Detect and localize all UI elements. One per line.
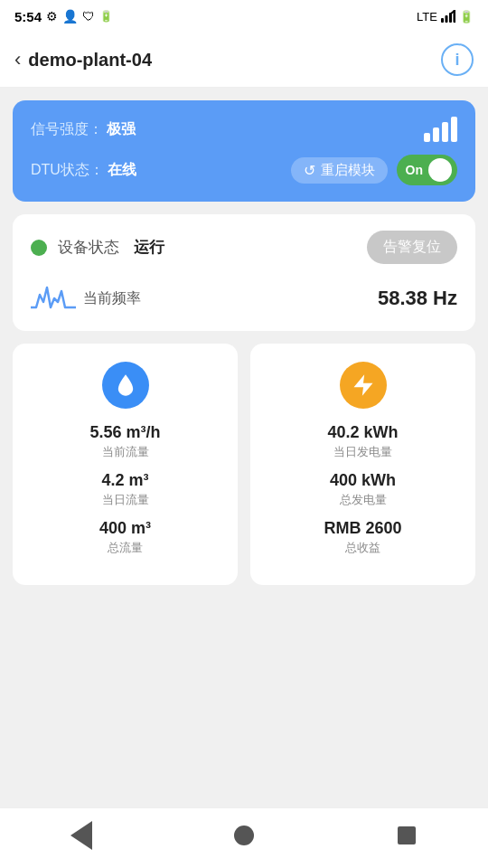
total-power-value: 400 kWh [265,471,461,490]
bar-3 [442,122,448,142]
daily-flow-item: 4.2 m³ 当日流量 [27,471,223,508]
recent-nav-icon [398,826,416,844]
dtu-label: DTU状态： 在线 [31,161,136,180]
network-status: LTE 🔋 [417,10,474,24]
svg-rect-0 [441,18,444,23]
back-nav-button[interactable] [67,821,96,850]
restart-label: 重启模块 [321,162,375,179]
home-nav-button[interactable] [230,821,258,850]
alert-reset-button[interactable]: 告警复位 [367,231,457,264]
signal-bars-icon [424,117,457,142]
battery-icon: 🔋 [99,10,113,23]
toggle-circle [428,158,452,182]
signal-label: 信号强度： 极强 [31,120,136,139]
data-cards-row: 5.56 m³/h 当前流量 4.2 m³ 当日流量 400 m³ 总流量 40… [13,344,475,585]
frequency-left: 当前频率 [31,282,141,315]
daily-power-value: 40.2 kWh [265,423,461,442]
current-flow-item: 5.56 m³/h 当前流量 [27,423,223,460]
device-status-value: 运行 [134,237,164,258]
total-flow-label: 总流量 [27,540,223,556]
restart-icon: ↺ [304,162,315,179]
battery-status-icon: 🔋 [459,10,474,24]
signal-icon [441,10,455,23]
water-icon [102,362,149,409]
lte-label: LTE [417,10,437,24]
restart-button[interactable]: ↺ 重启模块 [291,157,388,184]
back-button[interactable]: ‹ [14,48,21,71]
status-time: 5:54 [14,9,42,24]
svg-rect-1 [446,15,448,23]
total-revenue-label: 总收益 [265,540,461,556]
total-power-label: 总发电量 [265,492,461,508]
main-content: 信号强度： 极强 DTU状态： 在线 ↺ 重启模块 On [0,88,488,648]
header: ‹ demo-plant-04 i [0,33,488,88]
status-dot-icon [31,240,47,256]
device-status-row: 设备状态 运行 告警复位 [31,231,457,264]
shield-icon: 🛡 [82,9,95,24]
back-nav-icon [70,821,92,850]
daily-power-label: 当日发电量 [265,444,461,460]
total-revenue-value: RMB 2600 [265,519,461,538]
bar-4 [451,117,457,142]
dtu-value: 在线 [108,162,136,177]
info-button[interactable]: i [441,43,474,76]
frequency-row: 当前频率 58.38 Hz [31,282,457,315]
power-icon [340,362,387,409]
recent-nav-button[interactable] [392,821,421,850]
settings-icon: ⚙ [46,9,58,24]
total-power-item: 400 kWh 总发电量 [265,471,461,508]
current-flow-value: 5.56 m³/h [27,423,223,442]
page-title: demo-plant-04 [28,50,152,71]
home-nav-icon [234,826,254,845]
toggle-on-label: On [406,163,423,177]
device-status-left: 设备状态 运行 [31,237,164,258]
daily-flow-value: 4.2 m³ [27,471,223,490]
signal-value: 极强 [107,121,136,137]
daily-flow-label: 当日流量 [27,492,223,508]
bar-2 [433,127,439,142]
info-card: 信号强度： 极强 DTU状态： 在线 ↺ 重启模块 On [13,100,475,202]
frequency-value: 58.38 Hz [378,287,457,310]
user-icon: 👤 [62,9,78,24]
dtu-label-text: DTU状态： [31,162,104,177]
power-data-card: 40.2 kWh 当日发电量 400 kWh 总发电量 RMB 2600 总收益 [250,344,475,585]
total-flow-value: 400 m³ [27,519,223,538]
info-icon: i [455,51,459,70]
status-card: 设备状态 运行 告警复位 当前频率 58.38 Hz [13,214,475,331]
bottom-nav [0,807,488,868]
frequency-label: 当前频率 [83,289,141,308]
water-data-card: 5.56 m³/h 当前流量 4.2 m³ 当日流量 400 m³ 总流量 [13,344,238,585]
status-bar: 5:54 ⚙ 👤 🛡 🔋 LTE 🔋 [0,0,488,33]
signal-label-text: 信号强度： [31,121,103,137]
current-flow-label: 当前流量 [27,444,223,460]
bar-1 [424,133,430,142]
total-revenue-item: RMB 2600 总收益 [265,519,461,556]
toggle-switch[interactable]: On [397,155,457,185]
device-status-label: 设备状态 [58,237,119,258]
total-flow-item: 400 m³ 总流量 [27,519,223,556]
wave-icon [31,282,76,315]
daily-power-item: 40.2 kWh 当日发电量 [265,423,461,460]
